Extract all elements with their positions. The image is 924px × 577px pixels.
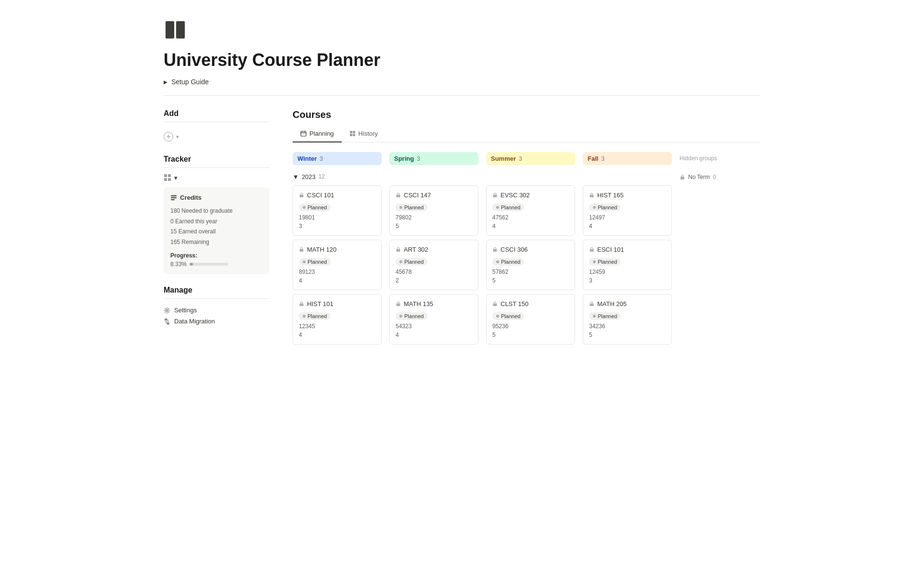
svg-rect-18 xyxy=(397,249,400,252)
svg-rect-11 xyxy=(350,134,352,136)
course-id: 89123 xyxy=(299,269,375,275)
course-card-math205[interactable]: MATH 205 Planned 34236 5 xyxy=(583,294,672,345)
credits-list: 180 Needed to graduate 0 Earned this yea… xyxy=(170,206,263,247)
course-card-esci101[interactable]: ESCI 101 Planned 12459 3 xyxy=(583,240,672,290)
lock-icon xyxy=(396,301,401,307)
settings-item[interactable]: Settings xyxy=(164,305,270,316)
tab-history[interactable]: History xyxy=(342,126,385,142)
status-badge: Planned xyxy=(492,204,524,211)
lock-icon xyxy=(299,192,304,198)
course-id: 34236 xyxy=(589,323,666,330)
tracker-view-label: ▾ xyxy=(174,174,178,181)
progress-bar-fill xyxy=(190,263,193,266)
year-collapse-icon[interactable]: ▼ xyxy=(293,173,299,180)
progress-pct: 8.33% xyxy=(170,261,187,268)
svg-rect-4 xyxy=(171,195,177,196)
progress-bar-bg xyxy=(190,263,228,266)
manage-divider xyxy=(164,298,270,299)
page-title: University Course Planner xyxy=(164,50,760,70)
course-card-csci101[interactable]: CSCI 101 Planned 19801 3 xyxy=(293,185,382,236)
tab-planning-label: Planning xyxy=(309,130,334,137)
course-card-csci147[interactable]: CSCI 147 Planned 79802 5 xyxy=(389,185,478,236)
course-cards-grid: CSCI 101 Planned 19801 3 xyxy=(293,185,760,348)
fall-column: HIST 165 Planned 12497 4 xyxy=(583,185,672,348)
fall-label: Fall xyxy=(588,155,598,162)
course-credits: 4 xyxy=(299,332,375,338)
data-migration-item[interactable]: Data Migration xyxy=(164,316,270,327)
gear-icon xyxy=(164,307,170,314)
course-name: ESCI 101 xyxy=(597,246,624,253)
setup-guide-label: Setup Guide xyxy=(171,78,209,86)
course-id: 95236 xyxy=(492,323,569,330)
course-name: HIST 101 xyxy=(307,300,334,308)
year-label: 2023 xyxy=(302,173,316,180)
credits-remaining: 165 Remaining xyxy=(170,237,263,248)
credits-label: Credits xyxy=(180,194,202,201)
lock-icon xyxy=(396,247,401,252)
course-name: MATH 135 xyxy=(404,300,433,308)
credits-card-header: Credits xyxy=(170,194,263,201)
book-icon xyxy=(164,19,187,40)
course-card-math120[interactable]: MATH 120 Planned 89123 4 xyxy=(293,240,382,290)
svg-rect-16 xyxy=(300,304,304,307)
arrows-icon xyxy=(164,318,170,325)
column-header-spring: Spring 3 xyxy=(389,152,478,165)
hidden-groups-label: Hidden groups xyxy=(680,155,717,162)
svg-rect-2 xyxy=(164,178,167,181)
lock-icon xyxy=(492,192,498,198)
status-badge: Planned xyxy=(396,204,427,211)
svg-rect-6 xyxy=(171,199,175,200)
course-credits: 5 xyxy=(396,223,472,230)
svg-rect-1 xyxy=(168,174,171,177)
lock-icon xyxy=(396,192,401,198)
course-credits: 4 xyxy=(299,277,375,284)
fall-count: 3 xyxy=(601,155,604,162)
progress-row: 8.33% xyxy=(170,261,263,268)
svg-rect-8 xyxy=(301,131,306,136)
course-name: EVSC 302 xyxy=(500,192,530,199)
svg-rect-3 xyxy=(168,178,171,181)
summer-column: EVSC 302 Planned 47562 4 xyxy=(486,185,575,348)
course-name: ART 302 xyxy=(404,246,428,253)
credits-card: Credits 180 Needed to graduate 0 Earned … xyxy=(164,187,270,274)
course-card-hist101[interactable]: HIST 101 Planned 12345 4 xyxy=(293,294,382,345)
course-card-hist165[interactable]: HIST 165 Planned 12497 4 xyxy=(583,185,672,236)
course-card-clst150[interactable]: CLST 150 Planned 95236 5 xyxy=(486,294,575,345)
status-badge: Planned xyxy=(396,312,427,320)
tab-planning[interactable]: Planning xyxy=(293,126,342,142)
tracker-view-toggle[interactable]: ▾ xyxy=(164,174,270,181)
winter-count: 3 xyxy=(320,155,323,162)
course-credits: 4 xyxy=(492,223,569,230)
add-button[interactable]: + ▾ xyxy=(164,130,270,143)
course-id: 12459 xyxy=(589,269,666,275)
no-term-label: No Term xyxy=(688,174,710,180)
spring-label: Spring xyxy=(394,155,414,162)
add-btn-chevron: ▾ xyxy=(176,134,179,140)
course-name: MATH 205 xyxy=(597,300,627,308)
column-header-summer: Summer 3 xyxy=(486,152,575,165)
data-migration-label: Data Migration xyxy=(174,318,215,325)
svg-rect-0 xyxy=(164,174,167,177)
svg-rect-13 xyxy=(680,177,684,180)
svg-point-7 xyxy=(166,309,168,311)
sidebar: Add + ▾ Tracker ▾ xyxy=(164,109,270,348)
status-badge: Planned xyxy=(492,312,524,320)
courses-tabs: Planning History xyxy=(293,126,760,142)
setup-guide[interactable]: ▶ Setup Guide xyxy=(164,78,760,86)
course-credits: 5 xyxy=(589,332,666,338)
svg-rect-19 xyxy=(397,304,400,307)
course-card-math135[interactable]: MATH 135 Planned 54323 4 xyxy=(389,294,478,345)
status-badge: Planned xyxy=(589,204,621,211)
course-card-evsc302[interactable]: EVSC 302 Planned 47562 4 xyxy=(486,185,575,236)
svg-rect-21 xyxy=(493,249,497,252)
year-count: 12 xyxy=(319,173,325,180)
course-card-csci306[interactable]: CSCI 306 Planned 57862 5 xyxy=(486,240,575,290)
calendar-icon xyxy=(300,130,307,137)
course-credits: 3 xyxy=(299,223,375,230)
course-id: 12497 xyxy=(589,214,666,221)
no-term-container: No Term 0 xyxy=(680,173,760,180)
lock-icon-noterm xyxy=(680,174,685,180)
course-card-art302[interactable]: ART 302 Planned 45678 2 xyxy=(389,240,478,290)
hidden-groups-header: Hidden groups xyxy=(680,152,760,170)
course-id: 79802 xyxy=(396,214,472,221)
